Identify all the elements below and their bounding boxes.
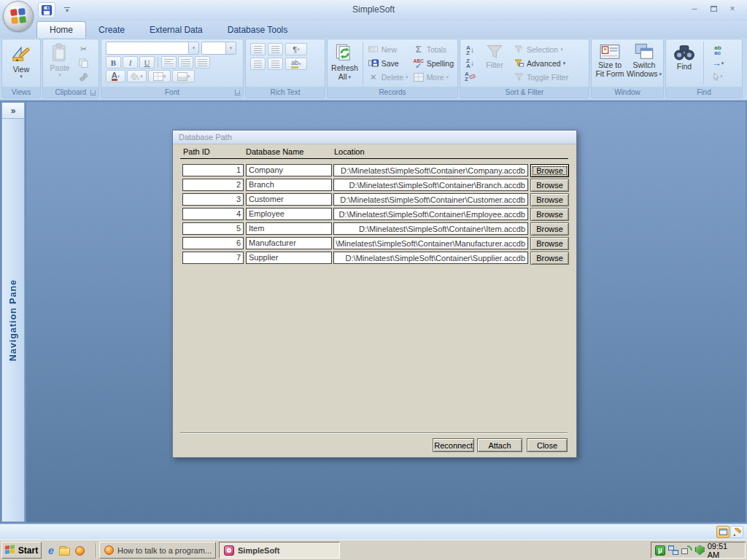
utorrent-tray-icon[interactable]: µ [655,545,665,556]
font-size-combobox[interactable]: ▾ [201,42,236,55]
save-record-button[interactable]: Save [366,56,410,70]
internet-explorer-icon[interactable]: e [48,545,54,556]
database-name-field[interactable]: Item [246,222,332,235]
switch-windows-button[interactable]: Switch Windows▾ [627,41,661,85]
selection-button[interactable]: Selection ▾ [511,42,570,56]
attach-button[interactable]: Attach [477,438,522,452]
security-tray-icon[interactable] [695,545,705,555]
browse-button[interactable]: Browse [530,237,569,250]
select-button[interactable]: ▾ [707,70,729,82]
browse-button[interactable]: Browse [530,222,569,236]
underline-button[interactable]: U [139,56,155,69]
taskbar-item-browser[interactable]: How to talk to a program... [99,542,216,559]
form-view-button[interactable] [716,526,729,538]
path-id-field[interactable]: 6 [182,237,244,249]
taskbar-item-simplesoft[interactable]: SimpleSoft [219,542,340,559]
filter-button[interactable]: Filter [479,41,510,85]
browse-button[interactable]: Browse [530,179,569,192]
database-name-field[interactable]: Manufacturer [246,237,332,249]
goto-button[interactable]: → ▾ [707,57,729,69]
path-id-field[interactable]: 2 [182,179,244,191]
refresh-all-button[interactable]: Refresh All▾ [330,41,360,85]
location-field[interactable]: \Minelatest\SimpleSoft\Container\Manufac… [333,237,528,249]
location-field[interactable]: D:\Minelatest\SimpleSoft\Container\Emplo… [333,208,528,220]
text-direction-button[interactable]: ¶▾ [285,43,307,55]
network-tray-icon[interactable] [668,545,679,555]
customize-quick-access-button[interactable]: ▾ [61,4,73,17]
path-id-field[interactable]: 1 [182,164,244,176]
find-button[interactable]: Find [668,41,700,85]
browse-button[interactable]: Browse [530,208,569,221]
save-button[interactable] [38,2,55,18]
path-id-field[interactable]: 4 [182,208,244,220]
view-button[interactable]: View ▾ [9,41,34,85]
numbered-list-button[interactable] [250,58,266,70]
bold-button[interactable]: B [106,56,121,69]
align-right-button[interactable] [195,56,210,69]
reconnect-button[interactable]: Reconnect [433,438,474,452]
font-name-combobox[interactable]: ▾ [106,42,199,55]
new-record-button[interactable]: New [366,42,410,56]
spelling-button[interactable]: ABC✓ Spelling [411,56,455,70]
italic-button[interactable]: I [123,56,138,69]
fill-color-button[interactable]: ▾ [127,70,147,82]
navigation-pane-expand-button[interactable]: » [2,103,24,119]
minimize-button[interactable]: – [687,3,702,14]
sort-ascending-button[interactable]: AZ↓ [462,44,478,56]
start-button[interactable]: Start [1,542,42,559]
copy-button[interactable] [76,57,91,69]
size-to-fit-form-button[interactable]: Size to Fit Form [594,41,626,85]
location-field[interactable]: D:\Minelatest\SimpleSoft\Container\Branc… [333,179,528,191]
align-left-button[interactable] [161,56,177,69]
location-field[interactable]: D:\Minelatest\SimpleSoft\Container\Custo… [333,193,528,206]
tab-create[interactable]: Create [86,22,137,38]
path-id-field[interactable]: 7 [182,252,244,264]
font-color-button[interactable]: A▾ [106,70,125,82]
alternate-fill-button[interactable]: ▾ [172,70,195,82]
decrease-indent-button[interactable] [250,43,266,55]
more-button[interactable]: More ▾ [411,70,455,84]
tab-external-data[interactable]: External Data [137,22,215,38]
database-name-field[interactable]: Supplier [246,252,332,264]
folder-icon[interactable] [59,548,70,556]
browse-button[interactable]: Browse [530,164,569,177]
paste-button[interactable]: Paste ▾ [45,41,74,85]
cut-button[interactable]: ✂ [76,43,91,55]
sort-descending-button[interactable]: ZA↓ [462,57,478,69]
database-name-field[interactable]: Employee [246,208,332,220]
database-name-field[interactable]: Customer [246,193,332,206]
delete-record-button[interactable]: × Delete ▾ [366,70,410,84]
location-field[interactable]: D:\Minelatest\SimpleSoft\Container\Suppl… [333,252,528,264]
totals-button[interactable]: Σ Totals [411,42,455,56]
browse-button[interactable]: Browse [530,252,569,265]
replace-button[interactable]: abac [707,44,729,56]
bulleted-list-button[interactable] [268,58,283,70]
dialog-title-bar[interactable]: Database Path [173,131,576,144]
toggle-filter-button[interactable]: Toggle Filter [511,70,570,84]
office-button[interactable] [3,1,34,31]
path-id-field[interactable]: 3 [182,193,244,206]
tab-database-tools[interactable]: Database Tools [215,22,301,38]
format-painter-button[interactable] [76,71,91,83]
database-name-field[interactable]: Company [246,164,332,176]
increase-indent-button[interactable] [268,43,283,55]
close-dialog-button[interactable]: Close [527,438,568,452]
wireless-tray-icon[interactable] [681,545,692,555]
font-dialog-launcher[interactable] [235,90,241,96]
firefox-icon[interactable] [75,546,85,556]
restore-button[interactable] [706,3,721,14]
database-name-field[interactable]: Branch [246,179,332,191]
clipboard-dialog-launcher[interactable] [90,90,96,96]
location-field[interactable]: D:\Minelatest\SimpleSoft\Container\Item.… [333,222,528,235]
path-id-field[interactable]: 5 [182,222,244,235]
highlight-color-button[interactable]: ab▾ [285,58,307,70]
browse-button[interactable]: Browse [530,193,569,206]
location-field[interactable]: D:\Minelatest\SimpleSoft\Container\Compa… [333,164,528,176]
align-center-button[interactable] [178,56,193,69]
design-view-button[interactable] [730,526,743,538]
close-button[interactable]: × [725,3,740,14]
tab-home[interactable]: Home [36,21,86,38]
clear-sorts-button[interactable]: AZ [462,70,478,82]
advanced-filter-button[interactable]: Advanced ▾ [511,56,570,70]
gridlines-button[interactable]: ▾ [148,70,171,82]
